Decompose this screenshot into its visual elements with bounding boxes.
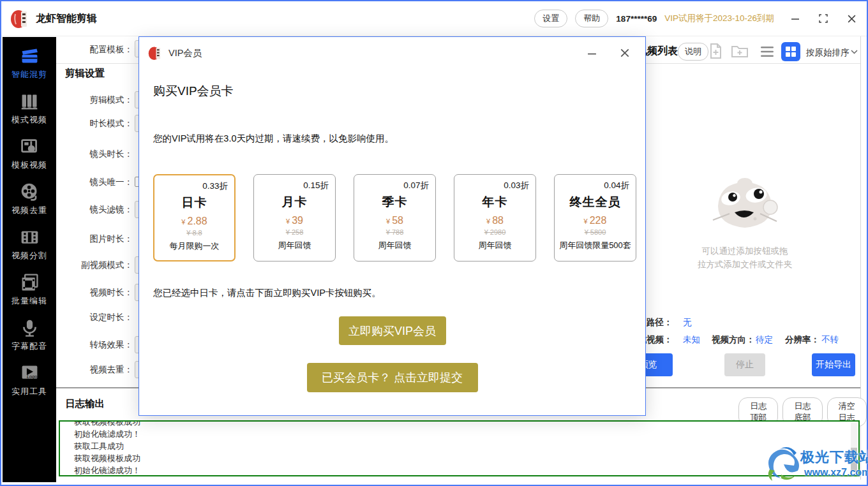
orientation-value[interactable]: 待定 [756, 334, 773, 346]
add-folder-button[interactable] [729, 40, 751, 62]
card-discount: 0.03折 [454, 175, 535, 191]
sidebar-item-mode-video[interactable]: 模式视频 [3, 85, 56, 131]
log-line: 获取视频模板成功 [74, 452, 858, 464]
template-film-icon [19, 136, 40, 158]
sidebar-item-dedup-video[interactable]: 视频去重 [3, 176, 56, 221]
buy-vip-button[interactable]: 立即购买VIP会员 [339, 316, 446, 345]
app-logo-icon [10, 8, 29, 29]
account-number: 187*****69 [616, 14, 657, 24]
mascot-icon [704, 175, 786, 237]
settings-button[interactable]: 设置 [534, 10, 567, 27]
field-label-clip-mode: 剪辑模式： [56, 94, 133, 106]
card-name: 季卡 [354, 194, 435, 210]
card-name: 月卡 [254, 194, 335, 210]
resolution-label: 分辨率： [785, 334, 819, 346]
vip-card-day[interactable]: 0.33折 日卡 ¥2.88 ¥ 8.8 每月限购一次 [153, 174, 236, 261]
card-price: ¥39 [254, 215, 335, 226]
log-line: 获取工具成功 [74, 440, 858, 452]
grid-view-icon [786, 47, 796, 57]
log-output-box[interactable]: 获取视频模板成功 初始化镜滤成功！ 获取工具成功 获取视频模板成功 初始化镜滤成… [59, 420, 860, 476]
svg-text:Logo: Logo [26, 373, 36, 379]
play-logo-icon: Logo [19, 363, 40, 384]
add-file-icon [707, 43, 724, 59]
field-label-shot-duration: 镜头时长： [56, 149, 133, 160]
app-window: 龙虾智能剪辑 设置 帮助 187*****69 VIP试用将于2023-10-2… [0, 0, 868, 486]
stop-button[interactable]: 停止 [724, 353, 765, 376]
sort-order-dropdown[interactable]: 按原始排序 [806, 47, 849, 59]
chevron-down-icon[interactable] [851, 50, 858, 54]
sidebar-item-label: 字幕配音 [11, 341, 47, 352]
buy-vip-heading: 购买VIP会员卡 [153, 83, 234, 99]
microphone-icon [19, 318, 40, 339]
field-label-shot-unique: 镜头唯一： [56, 177, 133, 188]
sidebar-item-template-video[interactable]: 模板视频 [3, 131, 56, 176]
vip-card-lifetime[interactable]: 0.04折 终生全员 ¥228 ¥ 5800 周年回馈限量500套 [554, 174, 636, 261]
card-price: ¥88 [454, 215, 535, 226]
sidebar-item-label: 模板视频 [11, 159, 47, 171]
output-path-value[interactable]: 无 [683, 317, 692, 328]
watermark-swirl-icon [765, 443, 802, 482]
vip-modal-header: VIP会员 [139, 37, 645, 69]
card-note: 周年回馈 [254, 240, 335, 251]
sidebar-item-split-video[interactable]: 视频分割 [3, 221, 56, 267]
sidebar-item-batch-edit[interactable]: 批量编辑 [3, 267, 56, 312]
add-folder-icon [731, 43, 749, 59]
film-strip-icon [19, 227, 40, 248]
synth-video-value[interactable]: 未知 [683, 334, 700, 346]
vip-card-month[interactable]: 0.15折 月卡 ¥39 ¥ 258 周年回馈 [253, 174, 336, 261]
minimize-icon[interactable] [791, 14, 800, 23]
field-label-sub-video-mode: 副视频模式： [56, 260, 133, 271]
field-label-video-duration: 视频时长： [56, 287, 133, 298]
divider [629, 63, 860, 64]
card-name: 年卡 [454, 194, 535, 210]
card-price: ¥58 [354, 215, 435, 226]
card-discount: 0.33折 [154, 175, 234, 192]
card-name: 日卡 [154, 195, 234, 211]
field-label-transition: 转场效果： [56, 339, 133, 351]
sidebar-item-smart-mix[interactable]: 智能混剪 [3, 40, 56, 85]
grid-view-button[interactable] [781, 42, 800, 61]
vip-card-year[interactable]: 0.03折 年卡 ¥88 ¥ 2980 周年回馈 [454, 174, 536, 261]
card-discount: 0.15折 [254, 175, 335, 191]
submit-card-button[interactable]: 已买会员卡？ 点击立即提交 [307, 363, 478, 392]
modal-close-icon[interactable] [620, 48, 630, 58]
watermark-url: www.xz7.com [804, 467, 868, 478]
vip-card-list: 0.33折 日卡 ¥2.88 ¥ 8.8 每月限购一次 0.15折 月卡 ¥39… [153, 174, 636, 261]
sidebar-item-label: 实用工具 [11, 386, 47, 397]
sidebar-item-label: 视频去重 [11, 205, 47, 216]
site-watermark: 极光下载站 www.xz7.com [765, 443, 867, 485]
log-output-title: 日志输出 [65, 397, 105, 411]
sidebar-item-label: 智能混剪 [11, 69, 47, 80]
card-price: ¥2.88 [154, 216, 234, 227]
close-icon[interactable] [847, 14, 857, 24]
field-label-duration-mode: 时长模式： [56, 118, 133, 129]
resolution-value[interactable]: 不转 [821, 334, 839, 346]
log-line: 初始化镜滤成功！ [74, 464, 858, 476]
add-file-button[interactable] [705, 40, 726, 62]
sidebar-item-utility-tools[interactable]: Logo 实用工具 [3, 357, 56, 402]
card-original-price: ¥ 788 [354, 228, 435, 236]
vip-modal: VIP会员 购买VIP会员卡 您的VIP试用将在3.0天内过期，请速续费，以免影… [138, 36, 646, 416]
video-list-panel: 视频列表 说明 按原始排序 [629, 36, 860, 387]
maximize-icon[interactable] [819, 14, 828, 23]
books-icon [19, 91, 40, 112]
modal-minimize-icon[interactable] [587, 48, 597, 58]
info-badge-button[interactable]: 说明 [678, 43, 708, 61]
vip-card-season[interactable]: 0.07折 季卡 ¥58 ¥ 788 周年回馈 [354, 174, 436, 261]
card-note: 周年回馈限量500套 [555, 240, 636, 251]
field-label-video-dedup: 视频去重： [56, 364, 133, 376]
card-discount: 0.07折 [354, 175, 435, 191]
field-label-shot-filter: 镜头滤镜： [56, 204, 133, 216]
card-discount: 0.04折 [555, 175, 636, 191]
sidebar-item-subtitle-dubbing[interactable]: 字幕配音 [3, 312, 56, 357]
card-original-price: ¥ 2980 [454, 228, 535, 236]
field-label-set-duration: 设定时长： [56, 312, 133, 323]
layered-frames-icon [19, 272, 40, 293]
sidebar-item-label: 批量编辑 [11, 295, 47, 307]
list-view-button[interactable] [758, 43, 776, 61]
card-original-price: ¥ 258 [254, 228, 335, 236]
card-note: 周年回馈 [354, 240, 435, 251]
field-label-image-duration: 图片时长： [56, 233, 133, 245]
export-button[interactable]: 开始导出 [812, 353, 855, 376]
help-button[interactable]: 帮助 [575, 10, 608, 27]
